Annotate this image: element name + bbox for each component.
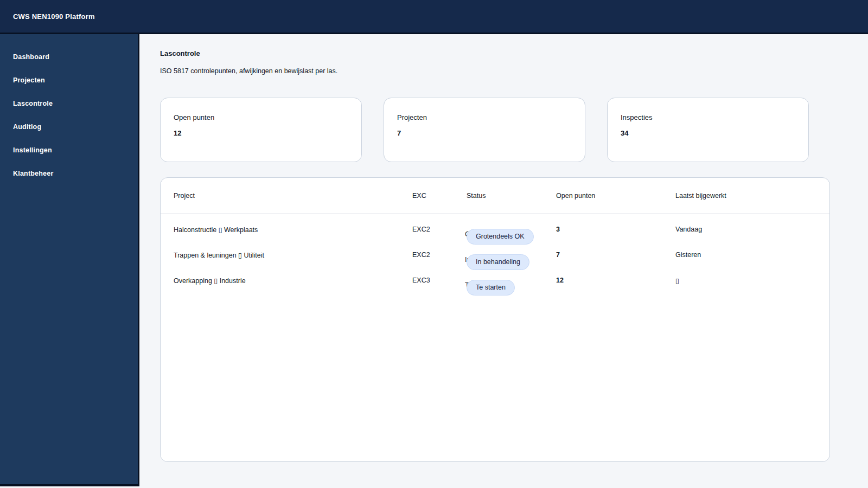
stat-value: 34 <box>621 129 795 137</box>
table-row[interactable]: Halconstructie ▯ Werkplaats EXC2 Grotend… <box>161 214 829 240</box>
sidebar: Dashboard Projecten Lascontrole Auditlog… <box>0 34 139 486</box>
cell-status: Te starten Te starten <box>467 270 556 291</box>
column-header-project: Project <box>174 192 412 200</box>
stat-card-open-punten: Open punten 12 <box>160 98 362 162</box>
sidebar-item-auditlog[interactable]: Auditlog <box>0 115 138 138</box>
status-badge: Te starten <box>467 280 515 296</box>
cell-open-punten: 12 <box>556 277 675 284</box>
stat-label: Open punten <box>174 113 348 121</box>
cell-project: Overkapping ▯ Industrie <box>174 277 412 285</box>
cell-status: Grotendeels OK Grotendeels OK <box>467 219 556 240</box>
status-badge: Grotendeels OK <box>467 229 534 245</box>
cell-project: Trappen & leuningen ▯ Utiliteit <box>174 251 412 259</box>
stat-value: 12 <box>174 129 348 137</box>
sidebar-item-klantbeheer[interactable]: Klantbeheer <box>0 162 138 185</box>
top-bar: CWS NEN1090 Platform <box>0 0 868 34</box>
stat-cards: Open punten 12 Projecten 7 Inspecties 34 <box>160 98 847 162</box>
column-header-exc: EXC <box>412 192 467 200</box>
stat-value: 7 <box>397 129 572 137</box>
sidebar-item-projecten[interactable]: Projecten <box>0 68 138 92</box>
cell-exc: EXC2 <box>412 251 467 259</box>
app-title: CWS NEN1090 Platform <box>13 12 95 21</box>
page-title: Lascontrole <box>160 49 847 57</box>
stat-label: Projecten <box>397 113 572 121</box>
cell-status: In behandeling In behandeling <box>467 245 556 265</box>
sidebar-item-dashboard[interactable]: Dashboard <box>0 45 138 68</box>
status-badge: In behandeling <box>467 254 529 270</box>
stat-card-projecten: Projecten 7 <box>384 98 585 162</box>
stat-card-inspecties: Inspecties 34 <box>607 98 809 162</box>
layout: Dashboard Projecten Lascontrole Auditlog… <box>0 34 868 486</box>
cell-laatst-bijgewerkt: Gisteren <box>675 251 816 259</box>
cell-exc: EXC3 <box>412 277 467 284</box>
sidebar-item-instellingen[interactable]: Instellingen <box>0 138 138 162</box>
cell-open-punten: 7 <box>556 251 675 259</box>
column-header-open-punten: Open punten <box>556 192 675 200</box>
cell-exc: EXC2 <box>412 226 467 233</box>
projects-table: Project EXC Status Open punten Laatst bi… <box>160 177 830 462</box>
sidebar-item-lascontrole[interactable]: Lascontrole <box>0 92 138 115</box>
cell-project: Halconstructie ▯ Werkplaats <box>174 226 412 234</box>
column-header-status: Status <box>467 192 556 200</box>
stat-label: Inspecties <box>621 113 795 121</box>
column-header-laatst-bijgewerkt: Laatst bijgewerkt <box>675 192 816 200</box>
main-content: Lascontrole ISO 5817 controlepunten, afw… <box>139 34 868 486</box>
cell-laatst-bijgewerkt: ▯ <box>675 277 816 285</box>
cell-open-punten: 3 <box>556 226 675 233</box>
cell-laatst-bijgewerkt: Vandaag <box>675 226 816 233</box>
page-subtitle: ISO 5817 controlepunten, afwijkingen en … <box>160 67 847 75</box>
table-header-row: Project EXC Status Open punten Laatst bi… <box>161 178 829 214</box>
